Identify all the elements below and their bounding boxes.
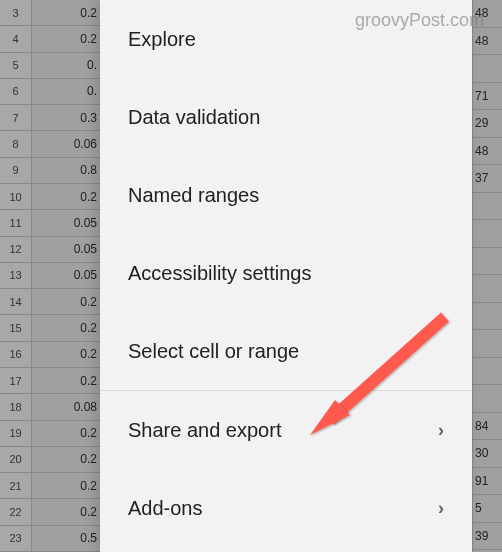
menu-item-label: Select cell or range	[128, 340, 299, 363]
row-number: 5	[0, 53, 32, 79]
menu-item-add-ons[interactable]: Add-ons ›	[100, 469, 472, 547]
cell: 0.06	[32, 131, 102, 157]
cell: 0.3	[32, 105, 102, 131]
cell: 71	[472, 83, 502, 111]
chevron-right-icon: ›	[438, 498, 444, 519]
cell: 29	[472, 110, 502, 138]
cell: 0.2	[32, 26, 102, 52]
cell	[472, 248, 502, 276]
menu-item-label: Add-ons	[128, 497, 203, 520]
cell: 0.2	[32, 421, 102, 447]
row-number: 22	[0, 499, 32, 525]
cell	[472, 220, 502, 248]
chevron-right-icon: ›	[438, 420, 444, 441]
menu-item-accessibility-settings[interactable]: Accessibility settings	[100, 234, 472, 312]
row-number: 11	[0, 210, 32, 236]
menu-item-label: Data validation	[128, 106, 260, 129]
cells-column-left: 0.2 0.2 0. 0. 0.3 0.06 0.8 0.2 0.05 0.05…	[32, 0, 102, 552]
cell: 0.2	[32, 447, 102, 473]
cell: 0.2	[32, 499, 102, 525]
cell	[472, 193, 502, 221]
row-number: 17	[0, 368, 32, 394]
cell: 0.2	[32, 0, 102, 26]
cell: 91	[472, 468, 502, 496]
row-number: 3	[0, 0, 32, 26]
row-number: 6	[0, 79, 32, 105]
cell	[472, 330, 502, 358]
row-number: 4	[0, 26, 32, 52]
cell: 48	[472, 138, 502, 166]
cell: 0.8	[32, 158, 102, 184]
row-number: 14	[0, 289, 32, 315]
row-number: 19	[0, 421, 32, 447]
menu-item-label: Accessibility settings	[128, 262, 311, 285]
row-header-column: 3 4 5 6 7 8 9 10 11 12 13 14 15 16 17 18…	[0, 0, 32, 552]
cell: 0.2	[32, 315, 102, 341]
row-number: 18	[0, 394, 32, 420]
cell: 48	[472, 28, 502, 56]
menu-item-data-validation[interactable]: Data validation	[100, 78, 472, 156]
row-number: 9	[0, 158, 32, 184]
menu-item-named-ranges[interactable]: Named ranges	[100, 156, 472, 234]
row-number: 20	[0, 447, 32, 473]
cell	[472, 385, 502, 413]
watermark-text: groovyPost.com	[355, 10, 484, 31]
cell: 0.2	[32, 184, 102, 210]
cell	[472, 358, 502, 386]
row-number: 10	[0, 184, 32, 210]
cell: 0.2	[32, 289, 102, 315]
cell: 37	[472, 165, 502, 193]
cell: 0.2	[32, 342, 102, 368]
menu-item-label: Named ranges	[128, 184, 259, 207]
cell: 5	[472, 495, 502, 523]
menu-item-select-cell-or-range[interactable]: Select cell or range	[100, 312, 472, 390]
row-number: 23	[0, 526, 32, 552]
cell: 0.2	[32, 473, 102, 499]
row-number: 8	[0, 131, 32, 157]
cell	[472, 55, 502, 83]
cell: 30	[472, 440, 502, 468]
row-number: 21	[0, 473, 32, 499]
cell: 0.05	[32, 263, 102, 289]
row-number: 15	[0, 315, 32, 341]
menu-item-share-and-export[interactable]: Share and export ›	[100, 391, 472, 469]
row-number: 16	[0, 342, 32, 368]
cell: 0.2	[32, 368, 102, 394]
cell: 0.5	[32, 526, 102, 552]
menu-item-label: Explore	[128, 28, 196, 51]
cell: 84	[472, 413, 502, 441]
row-number: 13	[0, 263, 32, 289]
cell	[472, 275, 502, 303]
cell: 0.05	[32, 237, 102, 263]
row-number: 7	[0, 105, 32, 131]
cell	[472, 303, 502, 331]
menu-panel: Explore Data validation Named ranges Acc…	[100, 0, 472, 552]
cell: 0.05	[32, 210, 102, 236]
menu-item-label: Share and export	[128, 419, 281, 442]
row-number: 12	[0, 237, 32, 263]
cell: 0.	[32, 53, 102, 79]
cell: 0.08	[32, 394, 102, 420]
cells-column-right: 48 48 71 29 48 37 84 30 91 5 39 28	[472, 0, 502, 552]
cell: 0.	[32, 79, 102, 105]
cell: 39	[472, 523, 502, 551]
